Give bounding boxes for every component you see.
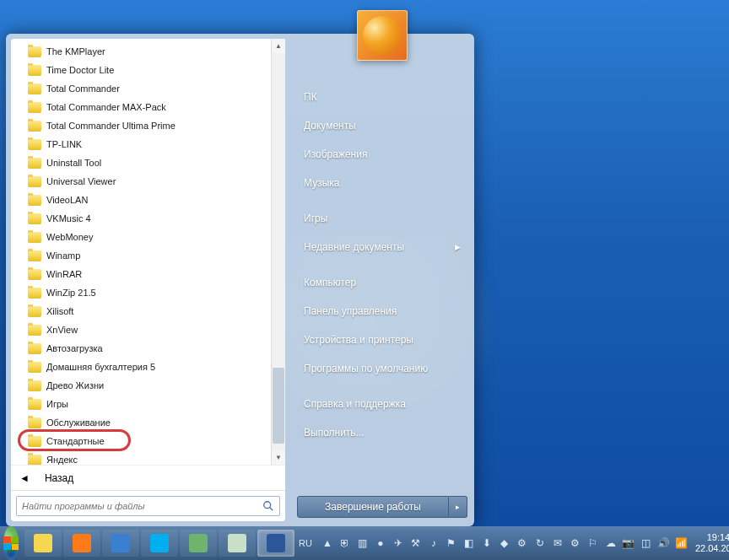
- right-panel-label: Документы: [304, 120, 356, 132]
- right-panel-label: Компьютер: [304, 277, 356, 288]
- cloud-icon[interactable]: ☁: [604, 536, 618, 550]
- right-panel-label: Устройства и принтеры: [304, 334, 413, 346]
- tool-icon[interactable]: ⚒: [409, 536, 423, 550]
- taskbar-app-button[interactable]: [180, 530, 217, 557]
- right-panel-item[interactable]: Недавние документы▶: [290, 233, 474, 261]
- right-panel-item[interactable]: Выполнить...: [290, 418, 474, 447]
- taskbar-app-button[interactable]: [102, 530, 139, 557]
- folder-icon: [28, 195, 41, 206]
- util-icon[interactable]: ◧: [462, 536, 476, 550]
- flag-icon[interactable]: ⚑: [445, 536, 458, 550]
- all-programs-list[interactable]: The KMPlayerTime Doctor LiteTotal Comman…: [11, 39, 285, 465]
- program-folder-item[interactable]: Total Commander MAX-Pack: [11, 98, 285, 116]
- shutdown-row: Завершение работы ▸: [297, 496, 467, 518]
- right-panel-label: Недавние документы: [304, 241, 404, 253]
- right-panel-item[interactable]: Изображения: [290, 140, 474, 169]
- flag2-icon[interactable]: ⚐: [586, 536, 600, 550]
- program-folder-item[interactable]: Uninstall Tool: [11, 153, 285, 172]
- program-folder-item[interactable]: VKMusic 4: [11, 209, 285, 228]
- search-input[interactable]: [22, 501, 262, 511]
- program-folder-item[interactable]: TP-LINK: [11, 135, 285, 153]
- chevron-up-icon[interactable]: ▲: [321, 536, 334, 550]
- scroll-down-button[interactable]: ▼: [272, 450, 285, 465]
- program-folder-item[interactable]: WinZip 21.5: [11, 283, 285, 302]
- refresh-icon[interactable]: ↻: [533, 536, 547, 550]
- right-panel-item[interactable]: Справка и поддержка: [290, 390, 474, 418]
- network-icon[interactable]: 📶: [675, 536, 688, 550]
- taskbar-app-button[interactable]: [24, 530, 62, 557]
- program-folder-item[interactable]: Time Doctor Lite: [11, 61, 285, 79]
- system-tray: RU ▲⛨▥●✈⚒♪⚑◧⬇◆⚙↻✉⚙⚐☁📷◫🔊📶 19:14 22.04.201…: [295, 530, 729, 557]
- right-panel-item[interactable]: Компьютер: [290, 268, 474, 297]
- program-folder-item[interactable]: VideoLAN: [11, 191, 285, 209]
- mail-icon: [111, 534, 130, 552]
- skype-icon: [150, 534, 169, 552]
- shutdown-options-button[interactable]: ▸: [449, 496, 467, 518]
- right-panel-label: ПК: [304, 91, 317, 103]
- cam-icon[interactable]: 📷: [622, 536, 635, 550]
- app-icon[interactable]: ◆: [498, 536, 511, 550]
- program-folder-item[interactable]: Universal Viewer: [11, 172, 285, 191]
- right-panel-item[interactable]: Устройства и принтеры: [290, 326, 474, 354]
- taskbar-app-button[interactable]: [219, 530, 256, 557]
- program-folder-item[interactable]: Winamp: [11, 246, 285, 265]
- start-menu: The KMPlayerTime Doctor LiteTotal Comman…: [6, 34, 474, 526]
- note-icon[interactable]: ♪: [427, 536, 440, 550]
- clock[interactable]: 19:14 22.04.2018: [694, 532, 729, 554]
- box-icon[interactable]: ◫: [640, 536, 653, 550]
- right-panel-item[interactable]: Панель управления: [290, 297, 474, 326]
- language-indicator[interactable]: RU: [295, 538, 316, 548]
- back-button[interactable]: ◄ Назад: [11, 465, 285, 490]
- scroll-up-button[interactable]: ▲: [272, 39, 285, 53]
- program-folder-item[interactable]: XnView: [11, 320, 285, 339]
- folder-icon: [28, 121, 41, 132]
- search-box[interactable]: [16, 496, 280, 516]
- taskbar: RU ▲⛨▥●✈⚒♪⚑◧⬇◆⚙↻✉⚙⚐☁📷◫🔊📶 19:14 22.04.201…: [0, 526, 729, 560]
- start-menu-left-panel: The KMPlayerTime Doctor LiteTotal Comman…: [11, 39, 285, 521]
- right-panel-item[interactable]: Документы: [290, 111, 474, 140]
- display-icon[interactable]: ▥: [356, 536, 370, 550]
- gear-a-icon[interactable]: ⚙: [516, 536, 529, 550]
- taskbar-app-button[interactable]: [141, 530, 178, 557]
- shield-icon[interactable]: ⛨: [338, 536, 352, 550]
- right-panel-item[interactable]: Программы по умолчанию: [290, 354, 474, 383]
- program-folder-item[interactable]: Стандартные: [11, 432, 285, 450]
- folder-icon: [28, 65, 41, 76]
- user-picture[interactable]: [357, 10, 408, 61]
- program-folder-item[interactable]: Обслуживание: [11, 413, 285, 432]
- program-folder-item[interactable]: Яндекс: [11, 450, 285, 465]
- scroll-thumb[interactable]: [273, 368, 284, 444]
- volume-icon[interactable]: 🔊: [657, 536, 671, 550]
- start-menu-right-panel: ПКДокументыИзображенияМузыкаИгрыНедавние…: [290, 34, 474, 526]
- right-panel-item[interactable]: Музыка: [290, 169, 474, 197]
- program-folder-item[interactable]: Игры: [11, 395, 285, 413]
- program-folder-item[interactable]: Total Commander: [11, 79, 285, 98]
- program-label: Total Commander MAX-Pack: [46, 102, 166, 112]
- program-folder-item[interactable]: Xilisoft: [11, 302, 285, 320]
- folder-icon: [28, 158, 41, 169]
- start-button[interactable]: [3, 526, 19, 560]
- program-folder-item[interactable]: Автозагрузка: [11, 339, 285, 358]
- taskbar-app-button[interactable]: [63, 530, 100, 557]
- program-folder-item[interactable]: Total Commander Ultima Prime: [11, 116, 285, 135]
- right-panel-item[interactable]: ПК: [290, 83, 474, 111]
- right-panel-item[interactable]: Игры: [290, 204, 474, 233]
- program-folder-item[interactable]: Домашняя бухгалтерия 5: [11, 358, 285, 376]
- notepad-icon: [228, 534, 246, 552]
- program-folder-item[interactable]: WebMoney: [11, 228, 285, 246]
- plane-icon[interactable]: ✈: [392, 536, 405, 550]
- program-folder-item[interactable]: The KMPlayer: [11, 42, 285, 61]
- program-folder-item[interactable]: WinRAR: [11, 265, 285, 283]
- torrent-icon[interactable]: ⬇: [480, 536, 494, 550]
- gear-b-icon[interactable]: ⚙: [569, 536, 582, 550]
- program-folder-item[interactable]: Древо Жизни: [11, 376, 285, 395]
- taskbar-app-button[interactable]: [257, 530, 294, 557]
- scrollbar[interactable]: ▲ ▼: [271, 39, 285, 465]
- program-label: Time Doctor Lite: [46, 65, 114, 75]
- program-label: VKMusic 4: [46, 213, 91, 223]
- circle-icon[interactable]: ●: [374, 536, 387, 550]
- program-label: Яндекс: [46, 455, 78, 465]
- folder-icon: [28, 306, 41, 317]
- msg-icon[interactable]: ✉: [551, 536, 564, 550]
- shutdown-button[interactable]: Завершение работы: [297, 496, 449, 518]
